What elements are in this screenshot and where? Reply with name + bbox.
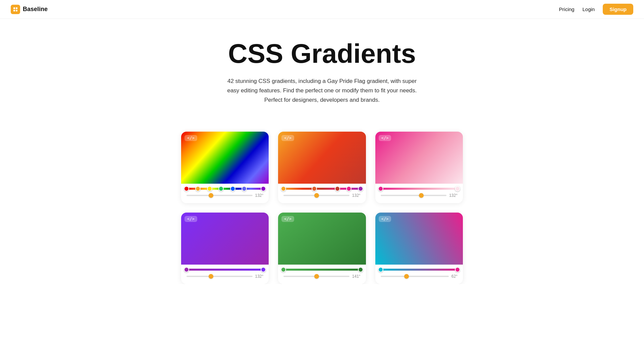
logo[interactable]: Baseline xyxy=(11,5,48,14)
color-stops-rainbow xyxy=(181,184,269,191)
color-dot-rainbow-4[interactable] xyxy=(230,186,235,191)
code-badge-cyan-pink[interactable]: </> xyxy=(379,216,391,222)
nav-links: Pricing Login Signup xyxy=(559,4,633,15)
gradient-card-green: </>141° xyxy=(278,213,366,284)
color-track-green xyxy=(283,269,360,271)
angle-label-purple: 132° xyxy=(255,274,264,279)
color-dot-pink-0[interactable] xyxy=(378,186,383,191)
angle-label-cyan-pink: 62° xyxy=(451,274,458,279)
code-badge-pink[interactable]: </> xyxy=(379,135,391,141)
color-dot-purple-0[interactable] xyxy=(184,267,189,272)
color-dot-rainbow-3[interactable] xyxy=(218,186,224,191)
color-dot-orange-red-3[interactable] xyxy=(346,186,352,191)
color-dot-green-1[interactable] xyxy=(358,267,363,272)
color-track-orange-red xyxy=(283,188,360,190)
color-dot-rainbow-2[interactable] xyxy=(207,186,212,191)
angle-row-pink: 132° xyxy=(375,191,463,198)
angle-track-cyan-pink[interactable] xyxy=(381,276,449,277)
gradient-preview-pink[interactable]: </> xyxy=(375,132,463,184)
angle-row-rainbow: 132° xyxy=(181,191,269,198)
svg-rect-3 xyxy=(16,10,17,11)
code-badge-orange-red[interactable]: </> xyxy=(281,135,294,141)
angle-thumb-purple[interactable] xyxy=(209,274,213,279)
angle-label-orange-red: 132° xyxy=(352,193,361,198)
gradient-card-orange-red: </>132° xyxy=(278,132,366,203)
color-dot-rainbow-5[interactable] xyxy=(241,186,247,191)
color-stops-cyan-pink xyxy=(375,265,463,272)
code-badge-green[interactable]: </> xyxy=(281,216,294,222)
angle-track-green[interactable] xyxy=(283,276,350,277)
angle-track-rainbow[interactable] xyxy=(186,195,253,196)
angle-thumb-cyan-pink[interactable] xyxy=(404,274,409,279)
hero-description: 42 stunning CSS gradients, including a G… xyxy=(221,77,423,105)
color-dot-orange-red-1[interactable] xyxy=(312,186,317,191)
hero-section: CSS Gradients 42 stunning CSS gradients,… xyxy=(0,19,644,118)
color-track-pink xyxy=(381,188,458,190)
color-dot-orange-red-0[interactable] xyxy=(281,186,286,191)
color-stops-orange-red xyxy=(278,184,366,191)
gradient-preview-rainbow[interactable]: </> xyxy=(181,132,269,184)
angle-track-pink[interactable] xyxy=(381,195,447,196)
login-link[interactable]: Login xyxy=(582,6,595,12)
color-stops-pink xyxy=(375,184,463,191)
color-stops-green xyxy=(278,265,366,272)
angle-row-green: 141° xyxy=(278,272,366,279)
gradient-grid: </>132°</>132°</>132°</>132°</>141°</>62… xyxy=(174,132,470,284)
gradient-preview-cyan-pink[interactable]: </> xyxy=(375,213,463,265)
angle-label-green: 141° xyxy=(352,274,361,279)
logo-icon xyxy=(11,5,20,14)
color-dot-orange-red-4[interactable] xyxy=(358,186,363,191)
hero-title: CSS Gradients xyxy=(7,39,637,69)
logo-text: Baseline xyxy=(23,6,48,13)
color-dot-purple-1[interactable] xyxy=(261,267,266,272)
angle-thumb-rainbow[interactable] xyxy=(209,193,213,198)
color-dot-green-0[interactable] xyxy=(281,267,286,272)
angle-thumb-green[interactable] xyxy=(314,274,319,279)
color-track-purple xyxy=(186,269,263,271)
code-badge-purple[interactable]: </> xyxy=(184,216,197,222)
gradient-card-pink: </>132° xyxy=(375,132,463,203)
angle-track-orange-red[interactable] xyxy=(283,195,350,196)
color-dot-cyan-pink-0[interactable] xyxy=(378,267,383,272)
angle-label-rainbow: 132° xyxy=(255,193,264,198)
angle-row-cyan-pink: 62° xyxy=(375,272,463,279)
color-stops-purple xyxy=(181,265,269,272)
svg-rect-2 xyxy=(13,10,15,11)
gradient-preview-purple[interactable]: </> xyxy=(181,213,269,265)
gradient-preview-orange-red[interactable]: </> xyxy=(278,132,366,184)
angle-label-pink: 132° xyxy=(449,193,458,198)
navbar: Baseline Pricing Login Signup xyxy=(0,0,644,19)
signup-button[interactable]: Signup xyxy=(603,4,633,15)
gradient-card-purple: </>132° xyxy=(181,213,269,284)
color-dot-rainbow-0[interactable] xyxy=(184,186,189,191)
svg-rect-1 xyxy=(16,7,17,9)
angle-row-purple: 132° xyxy=(181,272,269,279)
color-dot-rainbow-1[interactable] xyxy=(195,186,201,191)
color-track-rainbow xyxy=(186,188,263,190)
gradient-preview-green[interactable]: </> xyxy=(278,213,366,265)
color-dot-orange-red-2[interactable] xyxy=(335,186,340,191)
color-dot-cyan-pink-1[interactable] xyxy=(455,267,460,272)
angle-row-orange-red: 132° xyxy=(278,191,366,198)
gradient-card-rainbow: </>132° xyxy=(181,132,269,203)
pricing-link[interactable]: Pricing xyxy=(559,6,575,12)
svg-rect-0 xyxy=(13,7,15,9)
angle-thumb-orange-red[interactable] xyxy=(314,193,319,198)
color-dot-rainbow-6[interactable] xyxy=(261,186,266,191)
code-badge-rainbow[interactable]: </> xyxy=(184,135,197,141)
color-track-cyan-pink xyxy=(381,269,458,271)
angle-thumb-pink[interactable] xyxy=(419,193,424,198)
color-dot-pink-1[interactable] xyxy=(455,186,460,191)
gradient-card-cyan-pink: </>62° xyxy=(375,213,463,284)
angle-track-purple[interactable] xyxy=(186,276,253,277)
